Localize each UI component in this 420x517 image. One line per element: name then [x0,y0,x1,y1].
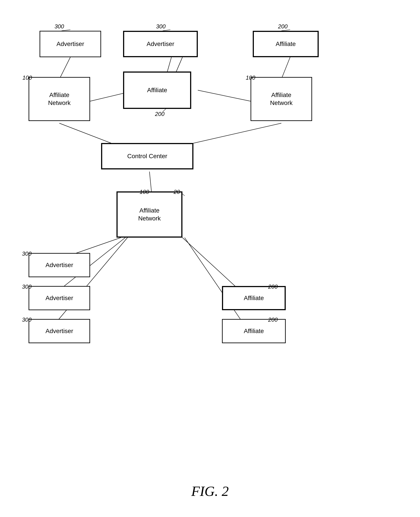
diagram: Advertiser Advertiser Affiliate Affiliat… [18,13,402,420]
svg-line-9 [70,238,121,255]
control-center-box: Control Center [101,143,193,170]
svg-line-2 [176,57,182,73]
ref-20-cc: 20 [174,189,180,195]
ref-200-affR2: 200 [268,316,278,323]
figure-label: FIG. 2 [191,483,229,499]
ref-300-adv1: 300 [54,23,64,30]
advertiser-box-4: Advertiser [29,286,90,310]
advertiser-box-5: Advertiser [29,319,90,343]
advertiser-box-1: Advertiser [40,31,101,57]
svg-line-0 [59,57,70,79]
svg-line-8 [150,172,152,193]
connection-lines [18,13,402,420]
ref-300-advL3: 300 [22,316,31,323]
svg-line-3 [281,57,290,79]
ref-300-advL1: 300 [22,250,31,257]
svg-line-1 [167,57,172,73]
svg-line-7 [185,123,281,145]
ref-200-aff2: 200 [155,111,165,117]
svg-line-12 [182,238,237,288]
ref-200-affR1: 200 [268,283,278,290]
svg-line-6 [59,123,116,145]
ref-200-aff1: 200 [278,23,287,30]
ref-100-an2: 100 [246,74,255,81]
affiliate-box-1: Affiliate [253,31,319,57]
svg-line-5 [198,90,251,101]
advertiser-box-2: Advertiser [123,31,198,57]
affiliate-box-2: Affiliate [123,71,191,109]
ref-300-adv2: 300 [156,23,165,30]
affiliate-network-box-2: AffiliateNetwork [251,77,312,121]
ref-100-an3: 100 [140,189,149,195]
ref-300-advL2: 300 [22,283,31,290]
affiliate-network-box-3: AffiliateNetwork [116,191,182,238]
affiliate-network-box-1: AffiliateNetwork [29,77,90,121]
advertiser-box-3: Advertiser [29,253,90,277]
ref-100-an1: 100 [22,74,32,81]
